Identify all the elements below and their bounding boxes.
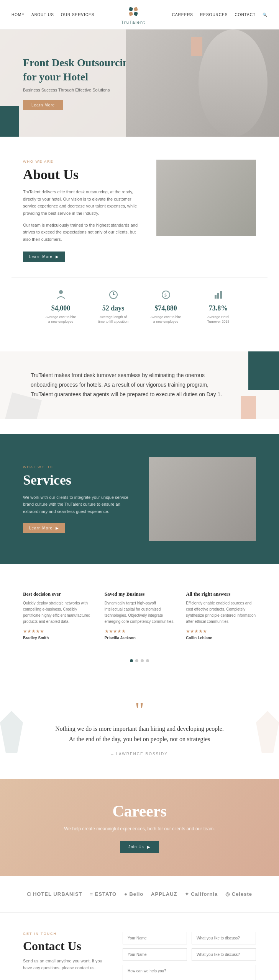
testimonial-stars-2: ★★★★★	[186, 629, 256, 634]
about-image-area	[156, 160, 256, 236]
logo-name-5: ◎ Celeste	[225, 891, 252, 897]
hero-person-image	[195, 29, 271, 137]
nav-resources[interactable]: RESOURCES	[200, 13, 228, 17]
turnover-text: TruTalent makes front desk turnover seam…	[31, 371, 222, 400]
logo-icon-4: ✦	[185, 891, 189, 897]
stat-value-2: $74,880	[154, 304, 177, 312]
logo-name-4: California	[191, 891, 218, 897]
testimonials-grid: Best decision ever Quickly deploy strate…	[23, 583, 256, 648]
nav-careers[interactable]: CAREERS	[172, 13, 193, 17]
form-last-name-input[interactable]	[123, 948, 187, 961]
testimonial-stars-0: ★★★★★	[23, 629, 93, 634]
careers-section: Careers We help create meaningful experi…	[0, 779, 279, 876]
brand-name: TruTalent	[121, 20, 145, 24]
logo-applauz: APPLAUZ	[151, 891, 177, 897]
logo-estato: ≡ ESTATO	[90, 891, 117, 897]
testimonial-title-0: Best decision ever	[23, 591, 93, 597]
services-content: WHAT WE DO Services We work with our cli…	[23, 465, 133, 533]
form-help-textarea[interactable]	[123, 965, 256, 980]
stat-value-3: 73.8%	[209, 304, 228, 312]
nav-services[interactable]: OUR SERVICES	[61, 13, 94, 17]
stat-label-3: Average Hotel Turnover 2018	[203, 315, 234, 324]
contact-desc: Send us an email anytime you want. If yo…	[23, 958, 107, 971]
services-title: Services	[23, 472, 133, 488]
careers-join-button[interactable]: Join Us ▶	[120, 841, 159, 853]
stat-turnover: 73.8% Average Hotel Turnover 2018	[203, 289, 234, 324]
about-text-1: TruTalent delivers elite front desk outs…	[23, 188, 141, 217]
arrow-right-icon: ▶	[147, 845, 151, 849]
carousel-dot-2[interactable]	[141, 659, 144, 662]
about-title: About Us	[23, 167, 141, 183]
testimonial-name-0: Bradley Smith	[23, 636, 93, 640]
about-tag: WHO WE ARE	[23, 160, 141, 163]
nav-about[interactable]: ABOUT US	[31, 13, 54, 17]
svg-rect-2	[129, 12, 133, 16]
turnover-section: TruTalent makes front desk turnover seam…	[0, 351, 279, 419]
hero-subtitle: Business Success Through Effective Solut…	[23, 88, 138, 92]
careers-title: Careers	[23, 802, 256, 820]
form-name-input[interactable]	[123, 932, 187, 944]
testimonial-name-2: Collin Leblanc	[186, 636, 256, 640]
hero-cta-button[interactable]: Learn More	[23, 100, 63, 110]
about-text-2: Our team is meticulously trained to the …	[23, 222, 141, 243]
logo-icon-0: ⬡	[27, 891, 31, 897]
form-discuss2-input[interactable]	[192, 948, 256, 961]
dollar-icon: $	[160, 289, 172, 302]
svg-rect-12	[220, 291, 222, 299]
hero-teal-decor	[0, 106, 19, 137]
services-learn-more-button[interactable]: Learn More ▶	[23, 523, 65, 533]
svg-rect-11	[217, 293, 219, 299]
quote-text: Nothing we do is more important than hir…	[53, 724, 226, 744]
stat-avg-cost: $ $74,880 Average cost to hire a new emp…	[151, 289, 181, 324]
form-row-1	[123, 932, 256, 944]
contact-tag: GET IN TOUCH	[23, 932, 107, 936]
stat-value-0: $4,000	[51, 304, 71, 312]
carousel-dot-0[interactable]	[130, 659, 133, 662]
contact-form: Submit	[123, 932, 256, 980]
navigation: HOME ABOUT US OUR SERVICES TruTalent CAR…	[0, 0, 279, 29]
clock-icon	[108, 289, 119, 302]
testimonial-text-0: Quickly deploy strategic networks with c…	[23, 600, 93, 625]
nav-home[interactable]: HOME	[11, 13, 25, 17]
stat-label-1: Average length of time to fill a positio…	[98, 315, 129, 324]
logos-section: ⬡ HOTEL URBANIST ≡ ESTATO ● Bello APPLAU…	[0, 876, 279, 913]
testimonial-text-1: Dynamically target high-payoff intellect…	[105, 600, 175, 625]
services-tag: WHAT WE DO	[23, 465, 133, 469]
carousel-dot-3[interactable]	[146, 659, 149, 662]
careers-content: Careers We help create meaningful experi…	[23, 802, 256, 853]
careers-text: We help create meaningful experiences, b…	[63, 826, 216, 831]
hero-peach-decor	[191, 37, 202, 56]
svg-marker-14	[256, 711, 279, 753]
quote-section: " Nothing we do is more important than h…	[0, 681, 279, 779]
logo-celeste: ◎ Celeste	[225, 891, 252, 897]
about-learn-more-button[interactable]: Learn More ▶	[23, 252, 65, 262]
carousel-dot-1[interactable]	[135, 659, 138, 662]
svg-rect-1	[133, 7, 138, 11]
svg-rect-0	[129, 7, 133, 11]
nav-left: HOME ABOUT US OUR SERVICES	[11, 13, 94, 17]
stats-bar: $4,000 Average cost to hire a new employ…	[11, 277, 268, 336]
testimonial-2: All the right answers Efficiently enable…	[186, 583, 256, 648]
form-row-2	[123, 948, 256, 961]
services-image	[149, 457, 256, 541]
logo-name-3: APPLAUZ	[151, 891, 177, 897]
testimonials-section: Best decision ever Quickly deploy strate…	[0, 564, 279, 681]
svg-rect-10	[215, 295, 217, 299]
hero-title: Front Desk Outsourcing for your Hotel	[23, 56, 138, 84]
form-discuss-input[interactable]	[192, 932, 256, 944]
arrow-right-icon: ▶	[56, 255, 59, 259]
logo-urbanist: ⬡ HOTEL URBANIST	[27, 891, 82, 897]
stat-label-0: Average cost to hire a new employee	[46, 315, 76, 324]
nav-contact[interactable]: CONTACT	[235, 13, 256, 17]
person-icon	[55, 289, 67, 302]
quote-decor-right	[256, 707, 279, 753]
testimonial-0: Best decision ever Quickly deploy strate…	[23, 583, 93, 648]
stat-label-2: Average cost to hire a new employee	[151, 315, 181, 324]
nav-logo[interactable]: TruTalent	[121, 5, 145, 24]
search-icon[interactable]: 🔍	[263, 13, 268, 17]
logo-name-1: ≡ ESTATO	[90, 891, 117, 897]
quote-author: – LAWRENCE BOSSIDY	[38, 752, 241, 756]
logo-california: ✦ California	[185, 891, 218, 897]
logo-name-0: HOTEL URBANIST	[33, 891, 82, 897]
svg-text:$: $	[164, 292, 167, 298]
